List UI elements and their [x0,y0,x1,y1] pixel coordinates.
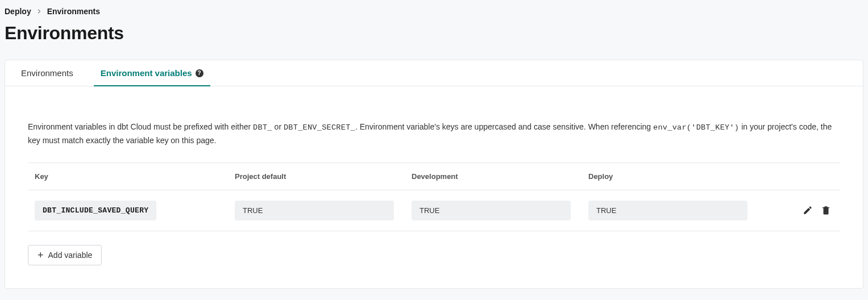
main-card: Environments Environment variables ? Env… [5,60,863,289]
th-development: Development [412,172,582,181]
description-text: Environment variables in dbt Cloud must … [28,120,840,147]
tab-label: Environment variables [101,68,192,78]
desc-code: DBT_ENV_SECRET_ [284,123,355,132]
cell-key: DBT_INCLUDE_SAVED_QUERY [35,201,228,220]
th-project-default: Project default [235,172,405,181]
desc-text: Environment variables in dbt Cloud must … [28,122,253,131]
desc-code: DBT_ [253,123,272,132]
pencil-icon[interactable] [803,205,813,215]
tabs: Environments Environment variables ? [5,60,863,86]
desc-text: . Environment variable's keys are upperc… [355,122,653,131]
env-var-value-development: TRUE [412,201,571,220]
row-actions [765,205,833,215]
tab-environments[interactable]: Environments [21,60,73,86]
th-key: Key [35,172,228,181]
env-var-value-project-default: TRUE [235,201,394,220]
trash-icon[interactable] [821,205,831,215]
page-title: Environments [5,23,863,44]
th-deploy: Deploy [588,172,758,181]
breadcrumb-item-deploy[interactable]: Deploy [5,7,31,16]
table-header-row: Key Project default Development Deploy [28,163,840,190]
tab-environment-variables[interactable]: Environment variables ? [101,60,203,86]
plus-icon: + [38,251,44,259]
breadcrumb-item-environments[interactable]: Environments [47,7,100,16]
help-icon[interactable]: ? [196,69,203,77]
table-row: DBT_INCLUDE_SAVED_QUERY TRUE TRUE TRUE [28,190,840,231]
env-var-key: DBT_INCLUDE_SAVED_QUERY [35,201,156,220]
cell-deploy: TRUE [588,201,758,220]
cell-project-default: TRUE [235,201,405,220]
add-variable-label: Add variable [48,251,93,260]
desc-code: env_var('DBT_KEY') [653,123,739,132]
tab-label: Environments [21,68,73,78]
add-variable-button[interactable]: + Add variable [28,245,102,265]
th-actions [765,172,833,181]
chevron-right-icon [36,8,43,15]
desc-text: or [272,122,284,131]
env-var-value-deploy: TRUE [588,201,747,220]
breadcrumb: Deploy Environments [5,5,863,23]
env-vars-table: Key Project default Development Deploy D… [28,163,840,231]
cell-development: TRUE [412,201,582,220]
